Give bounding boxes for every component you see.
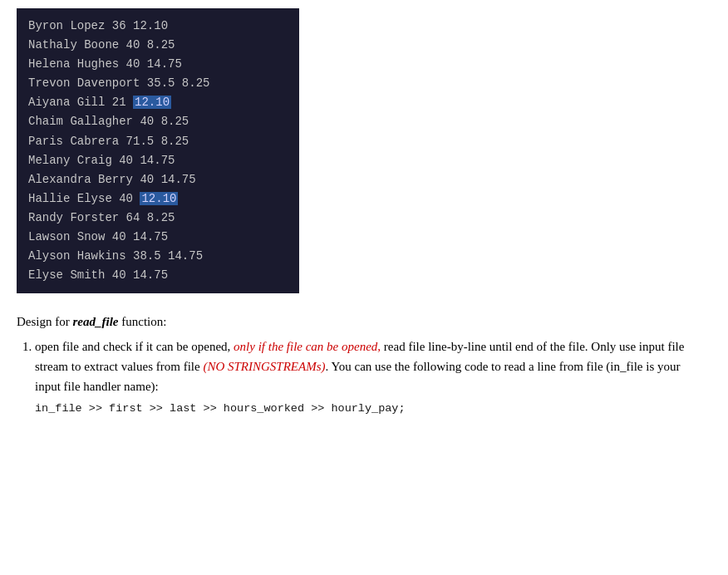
terminal-line-11: Randy Forster 64 8.25 bbox=[28, 209, 288, 228]
func-name: read_file bbox=[73, 315, 119, 328]
terminal-line-10: Hallie Elyse 40 12.10 bbox=[28, 189, 288, 209]
terminal-line-12: Lawson Snow 40 14.75 bbox=[28, 228, 288, 247]
item1-red2: (NO STRINGSTREAMs) bbox=[203, 360, 325, 373]
design-suffix: function: bbox=[118, 315, 166, 328]
design-item-1: open file and check if it can be opened,… bbox=[35, 337, 698, 418]
terminal-line-4: Trevon Davenport 35.5 8.25 bbox=[28, 74, 288, 93]
design-section: Design for read_file function: open file… bbox=[17, 312, 698, 418]
highlight-value-1: 12.10 bbox=[133, 96, 171, 109]
terminal-line-3: Helena Hughes 40 14.75 bbox=[28, 55, 288, 74]
design-title: Design for read_file function: bbox=[17, 312, 698, 332]
design-prefix: Design for bbox=[17, 315, 73, 328]
terminal-line-14: Elyse Smith 40 14.75 bbox=[28, 266, 288, 285]
design-list: open file and check if it can be opened,… bbox=[17, 337, 698, 418]
terminal-line-13: Alyson Hawkins 38.5 14.75 bbox=[28, 247, 288, 266]
terminal-line-5: Aiyana Gill 21 12.10 bbox=[28, 93, 288, 112]
code-snippet: in_file >> first >> last >> hours_worked… bbox=[35, 400, 698, 418]
terminal-line-6: Chaim Gallagher 40 8.25 bbox=[28, 112, 288, 131]
terminal-line-8: Melany Craig 40 14.75 bbox=[28, 151, 288, 170]
terminal-line-9: Alexandra Berry 40 14.75 bbox=[28, 170, 288, 189]
item1-before: open file and check if it can be opened, bbox=[35, 340, 234, 353]
terminal-line-7: Paris Cabrera 71.5 8.25 bbox=[28, 132, 288, 151]
item1-red1: only if the file can be opened, bbox=[234, 340, 381, 353]
terminal-output: Byron Lopez 36 12.10 Nathaly Boone 40 8.… bbox=[17, 8, 299, 293]
highlight-value-2: 12.10 bbox=[140, 192, 178, 205]
terminal-line-1: Byron Lopez 36 12.10 bbox=[28, 17, 288, 36]
terminal-line-2: Nathaly Boone 40 8.25 bbox=[28, 36, 288, 55]
